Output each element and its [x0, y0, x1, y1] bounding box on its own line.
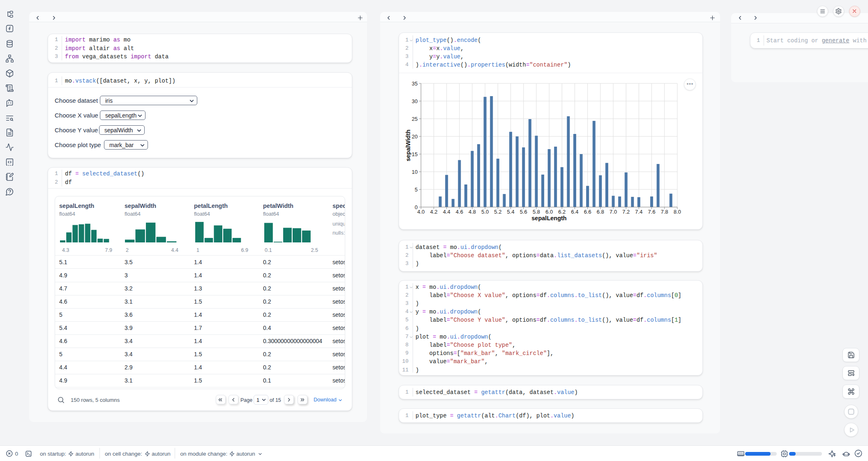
- svg-text:5: 5: [415, 187, 418, 193]
- svg-text:35: 35: [412, 81, 418, 87]
- svg-text:4.0: 4.0: [417, 209, 425, 215]
- svg-text:6.0: 6.0: [545, 209, 553, 215]
- svg-text:25: 25: [412, 116, 418, 122]
- svg-text:4.2: 4.2: [430, 209, 437, 215]
- svg-text:30: 30: [412, 98, 418, 104]
- svg-text:4.6: 4.6: [456, 209, 463, 215]
- svg-text:5.0: 5.0: [481, 209, 489, 215]
- svg-text:10: 10: [412, 169, 418, 175]
- svg-text:sepalWidth: sepalWidth: [405, 129, 411, 161]
- svg-text:6.6: 6.6: [584, 209, 591, 215]
- svg-text:5.2: 5.2: [494, 209, 501, 215]
- svg-text:5.6: 5.6: [520, 209, 527, 215]
- svg-text:20: 20: [412, 134, 418, 140]
- svg-text:5.4: 5.4: [507, 209, 515, 215]
- svg-text:7.6: 7.6: [648, 209, 656, 215]
- svg-text:sepalLength: sepalLength: [531, 215, 566, 221]
- svg-text:7.0: 7.0: [609, 209, 617, 215]
- svg-text:5.8: 5.8: [533, 209, 540, 215]
- svg-text:7.2: 7.2: [622, 209, 630, 215]
- svg-text:6.2: 6.2: [558, 209, 566, 215]
- svg-text:8.0: 8.0: [674, 209, 681, 215]
- svg-text:6.8: 6.8: [597, 209, 604, 215]
- svg-text:15: 15: [412, 151, 418, 157]
- svg-text:6.4: 6.4: [571, 209, 578, 215]
- svg-text:7.8: 7.8: [661, 209, 668, 215]
- svg-text:4.4: 4.4: [443, 209, 450, 215]
- svg-text:7.4: 7.4: [635, 209, 642, 215]
- svg-text:0: 0: [415, 204, 418, 210]
- svg-text:4.8: 4.8: [469, 209, 476, 215]
